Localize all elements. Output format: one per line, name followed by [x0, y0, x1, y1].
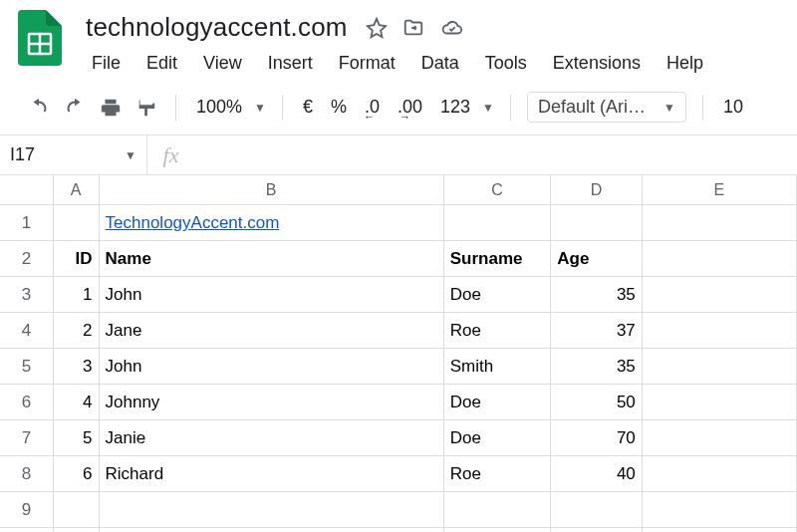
cell[interactable]: 1	[54, 277, 100, 313]
cell[interactable]: Janie	[100, 420, 444, 456]
sheets-app-icon[interactable]	[12, 10, 68, 66]
cell[interactable]: Doe	[444, 420, 551, 456]
cell[interactable]: 6	[54, 456, 100, 492]
cell[interactable]	[643, 313, 797, 349]
menu-extensions[interactable]: Extensions	[543, 49, 651, 78]
cell[interactable]: Roe	[444, 313, 551, 349]
menu-tools[interactable]: Tools	[475, 49, 537, 78]
row-header[interactable]: 4	[0, 313, 54, 349]
increase-decimal[interactable]: .00→	[394, 95, 426, 120]
move-folder-icon[interactable]	[401, 17, 425, 39]
cell[interactable]	[643, 492, 797, 528]
row-header[interactable]: 9	[0, 492, 54, 528]
chevron-down-icon[interactable]: ▼	[254, 101, 266, 115]
cell[interactable]	[643, 528, 797, 532]
cell[interactable]: Name	[100, 241, 444, 277]
col-header[interactable]: C	[444, 175, 551, 205]
toolbar: 100% ▼ € % .0← .00→ 123 ▼ Default (Ari… …	[0, 82, 797, 134]
cell[interactable]: ID	[54, 241, 100, 277]
cell[interactable]	[643, 385, 797, 420]
row-header[interactable]: 2	[0, 241, 54, 277]
cell[interactable]: 4	[54, 385, 100, 420]
font-family-label: Default (Ari…	[538, 97, 658, 118]
print-icon[interactable]	[98, 95, 124, 121]
format-currency[interactable]: €	[299, 95, 317, 120]
col-header[interactable]: E	[643, 175, 797, 205]
cell[interactable]	[643, 456, 797, 492]
cell[interactable]: 35	[551, 277, 643, 313]
document-title[interactable]: technologyaccent.com	[82, 10, 352, 45]
cell[interactable]: Smith	[444, 349, 551, 385]
cell[interactable]: Age	[551, 241, 643, 277]
cell[interactable]: 5	[54, 420, 100, 456]
cell[interactable]: Surname	[444, 241, 551, 277]
zoom-select[interactable]: 100%	[192, 95, 246, 120]
row-header[interactable]: 8	[0, 456, 54, 492]
cloud-status-icon[interactable]	[439, 17, 465, 39]
cell[interactable]: 40	[551, 456, 643, 492]
row-header[interactable]: 1	[0, 205, 54, 241]
menu-help[interactable]: Help	[657, 49, 713, 78]
menu-insert[interactable]: Insert	[258, 49, 323, 78]
cell[interactable]: Jane	[100, 313, 444, 349]
cell[interactable]	[551, 492, 643, 528]
decrease-decimal[interactable]: .0←	[361, 95, 384, 120]
paint-format-icon[interactable]	[133, 95, 159, 121]
cell[interactable]	[643, 277, 797, 313]
cell[interactable]	[444, 492, 551, 528]
cell[interactable]	[54, 528, 100, 532]
undo-icon[interactable]	[26, 95, 52, 121]
chevron-down-icon: ▼	[125, 148, 136, 162]
cell[interactable]: 35	[551, 349, 643, 385]
cell[interactable]	[643, 241, 797, 277]
cell[interactable]: 70	[551, 420, 643, 456]
chevron-down-icon[interactable]: ▼	[482, 101, 494, 115]
name-box[interactable]: I17 ▼	[0, 135, 147, 174]
menu-format[interactable]: Format	[329, 49, 405, 78]
cell[interactable]	[54, 492, 100, 528]
more-formats[interactable]: 123	[436, 95, 474, 120]
cell[interactable]: 3	[54, 349, 100, 385]
star-icon[interactable]	[366, 17, 388, 39]
cell[interactable]	[444, 528, 551, 532]
cell[interactable]	[444, 205, 551, 241]
menu-edit[interactable]: Edit	[136, 49, 187, 78]
row-header[interactable]: 7	[0, 420, 54, 456]
cell[interactable]	[100, 528, 444, 532]
cell[interactable]	[551, 528, 643, 532]
cell[interactable]	[643, 420, 797, 456]
menu-view[interactable]: View	[193, 49, 252, 78]
col-header[interactable]: D	[551, 175, 643, 205]
cell[interactable]	[100, 492, 444, 528]
cell[interactable]: 37	[551, 313, 643, 349]
cell[interactable]: Johnny	[100, 385, 444, 420]
hyperlink[interactable]: TechnologyAccent.com	[106, 213, 280, 233]
cell[interactable]: John	[100, 277, 444, 313]
formula-bar-input[interactable]	[195, 135, 797, 174]
cell[interactable]: Doe	[444, 277, 551, 313]
cell[interactable]: John	[100, 349, 444, 385]
cell[interactable]	[551, 205, 643, 241]
redo-icon[interactable]	[62, 95, 88, 121]
format-percent[interactable]: %	[327, 95, 351, 120]
row-header[interactable]: 5	[0, 349, 54, 385]
row-header[interactable]: 3	[0, 277, 54, 313]
menu-file[interactable]: File	[82, 49, 131, 78]
cell[interactable]: Roe	[444, 456, 551, 492]
font-family-select[interactable]: Default (Ari… ▼	[527, 92, 686, 123]
cell[interactable]	[643, 349, 797, 385]
menu-data[interactable]: Data	[411, 49, 469, 78]
select-all-corner[interactable]	[0, 175, 54, 205]
row-header[interactable]: 10	[0, 528, 54, 532]
row-header[interactable]: 6	[0, 385, 54, 420]
col-header[interactable]: A	[54, 175, 100, 205]
cell[interactable]	[54, 205, 100, 241]
cell[interactable]: 2	[54, 313, 100, 349]
col-header[interactable]: B	[100, 175, 444, 205]
cell[interactable]	[643, 205, 797, 241]
cell[interactable]: TechnologyAccent.com	[100, 205, 444, 241]
cell[interactable]: Richard	[100, 456, 444, 492]
font-size[interactable]: 10	[719, 95, 747, 120]
cell[interactable]: 50	[551, 385, 643, 420]
cell[interactable]: Doe	[444, 385, 551, 420]
